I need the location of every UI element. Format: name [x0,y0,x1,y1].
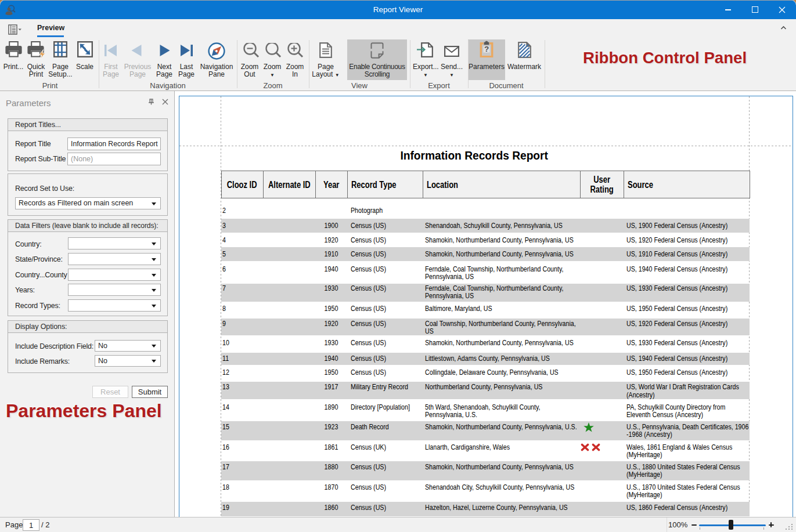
svg-text:?: ? [484,45,489,53]
